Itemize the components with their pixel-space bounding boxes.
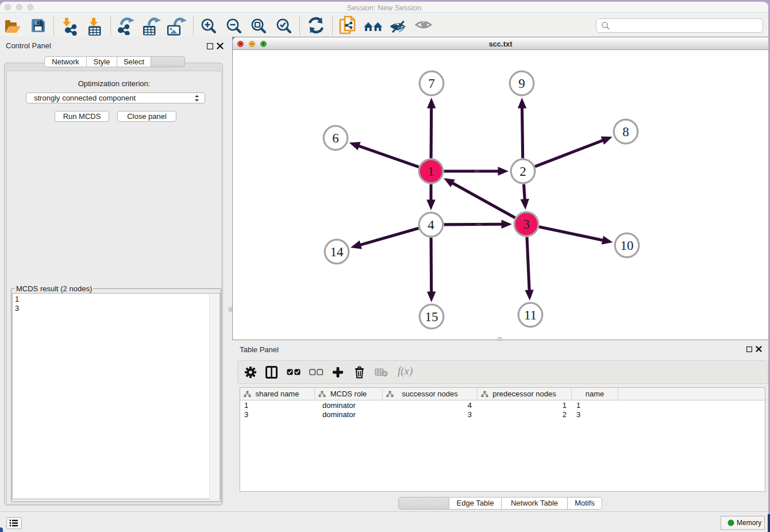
svg-text:15: 15	[425, 310, 438, 324]
svg-text:9: 9	[518, 76, 525, 91]
svg-text:14: 14	[330, 245, 344, 259]
svg-text:4: 4	[428, 218, 434, 232]
svg-text:3: 3	[523, 217, 530, 232]
svg-text:8: 8	[622, 125, 629, 139]
svg-text:7: 7	[428, 76, 435, 91]
svg-text:10: 10	[621, 238, 634, 253]
svg-text:11: 11	[524, 308, 537, 322]
svg-text:2: 2	[519, 164, 526, 179]
svg-text:1: 1	[428, 164, 434, 179]
svg-text:6: 6	[332, 131, 339, 145]
